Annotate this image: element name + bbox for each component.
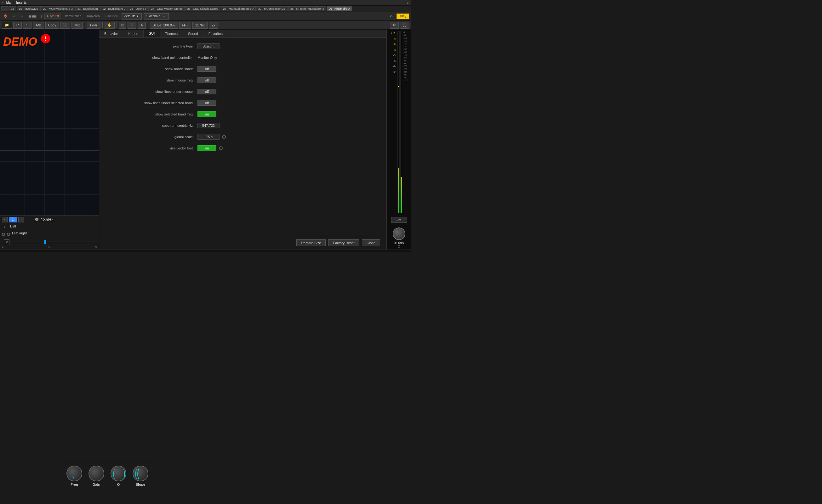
tab-gui[interactable]: GUI	[143, 30, 160, 37]
global-scale-radio[interactable]	[222, 135, 226, 139]
plugin-tabs-bar: ⏻ 18 19 - MDelayMB 20 - MConvolutionMB 3…	[0, 6, 411, 12]
sep5	[148, 22, 148, 28]
settings-gear-btn[interactable]: ⚙	[390, 22, 399, 29]
ab-btn[interactable]: A/B	[33, 22, 44, 29]
window-controls: ▲	[406, 1, 409, 4]
preset-dropdown[interactable]: default* ▼	[121, 13, 142, 20]
axis-line-type-label: axis line type:	[105, 44, 194, 48]
vergleichen-btn[interactable]: Vergleichen	[63, 14, 83, 19]
meter-bar-l	[397, 31, 400, 213]
plugin-tab-26[interactable]: 26 - MathaudioRoomEQ	[221, 6, 256, 11]
copy-btn[interactable]: Copy	[45, 22, 59, 29]
meter-label-p3: +3	[392, 48, 396, 53]
spectrum-centric-value[interactable]: 547.723	[197, 123, 220, 128]
tab-knobs[interactable]: Knobs	[123, 30, 143, 37]
use-vector-font-toggle[interactable]: on	[197, 145, 217, 151]
freq-50: 50	[158, 251, 186, 252]
meter-btn[interactable]: ◼◼◼	[27, 14, 38, 19]
x2-btn[interactable]: 2x	[209, 22, 218, 29]
bit-btn[interactable]: 117bit	[192, 22, 208, 29]
show-lines-selected-toggle[interactable]: off	[197, 100, 217, 106]
meter-db-m72: -72	[403, 65, 407, 68]
meter-db-m78: -78	[403, 68, 407, 70]
redo-main-btn[interactable]: ↪	[23, 22, 31, 29]
use-vector-font-label: use vector font:	[105, 146, 194, 150]
tab-sound[interactable]: Sound	[183, 30, 203, 37]
meter-view-btn[interactable]: ⬛	[60, 22, 70, 29]
meter-db-m36: -36	[403, 48, 407, 51]
show-lines-mouse-toggle[interactable]: off	[197, 89, 217, 94]
freq-btn[interactable]: 1kHz	[87, 22, 100, 29]
show-band-controller-value[interactable]: Monitor Only	[197, 56, 217, 59]
sidechain-dropdown[interactable]: Sidechain →	[143, 13, 169, 20]
plugin-tab-22[interactable]: 22 - EQuilibrium 2	[100, 6, 127, 11]
meter-db-m54: -54	[403, 56, 407, 59]
use-vector-font-radio[interactable]	[219, 146, 223, 150]
global-scale-label: global scale:	[105, 135, 194, 139]
gear-settings-btn[interactable]: ⚙	[388, 14, 395, 19]
solo-btn[interactable]: □	[119, 22, 127, 29]
plugin-tab-25[interactable]: 25 - GEQ Classic Stereo	[185, 6, 221, 11]
file-btn[interactable]: 📁	[2, 22, 12, 29]
meter-db-m60: -60	[403, 59, 407, 62]
restore-size-btn[interactable]: Restore Size	[296, 239, 326, 246]
gain-knob[interactable]	[393, 227, 405, 240]
hand-tool-btn[interactable]: ✋	[104, 22, 115, 29]
freq-20k: 20k	[383, 251, 411, 252]
show-bands-index-toggle[interactable]: off	[197, 66, 217, 72]
undo-main-btn[interactable]: ↩	[13, 22, 22, 29]
show-selected-band-freq-row: show selected band freq: on	[105, 111, 380, 118]
close-settings-btn[interactable]: Close	[362, 239, 380, 246]
show-mouse-freq-toggle[interactable]: off	[197, 77, 217, 83]
reset-btn[interactable]: A	[138, 22, 145, 29]
scale-btn[interactable]: Scale: 100.0%	[150, 22, 178, 29]
fft-btn[interactable]: FFT	[179, 22, 191, 29]
warning-icon: !	[41, 34, 50, 43]
plugin-tab-18[interactable]: 18	[9, 6, 16, 11]
plugin-tab-power[interactable]: ⏻	[1, 6, 8, 11]
factory-reset-btn[interactable]: Factory Reset	[328, 239, 359, 246]
einfugen-btn[interactable]: Einfügen	[103, 14, 119, 19]
pan-center-label: C	[48, 245, 50, 248]
axis-line-type-value[interactable]: Straight	[197, 43, 220, 49]
meter-db-m96: -96	[403, 76, 407, 79]
plugin-tab-19[interactable]: 19 - MDelayMB	[17, 6, 41, 11]
show-selected-band-freq-toggle[interactable]: on	[197, 111, 217, 117]
mix-btn[interactable]: Mix	[71, 22, 82, 29]
auto-off-btn[interactable]: Auto: Off	[44, 14, 61, 19]
show-band-controller-label: show band point controller:	[105, 56, 194, 59]
show-mouse-freq-label: show mouse freq:	[105, 78, 194, 82]
band-next-btn[interactable]: ›	[18, 217, 24, 222]
kopieren-btn[interactable]: Kopieren	[85, 14, 101, 19]
close-band-btn[interactable]: ✕	[4, 239, 9, 245]
meter-db-m102: -102	[403, 79, 408, 82]
filter-type-icon[interactable]: ○	[2, 224, 8, 230]
band-number[interactable]: 1	[9, 217, 17, 222]
tab-favorites[interactable]: Favorites	[203, 30, 228, 37]
spectrum-centric-row: spectrum centric Hz: 547.723	[105, 122, 380, 129]
undo-btn[interactable]: ↩	[11, 14, 17, 19]
use-vector-font-row: use vector font: on	[105, 145, 380, 152]
plugin-tab-28[interactable]: 28 - MFreeformEqualizer 2	[288, 6, 326, 11]
fullscreen-btn[interactable]: ⛶	[400, 22, 409, 29]
tab-themes[interactable]: Themes	[160, 30, 183, 37]
tab-behavior[interactable]: Behavior	[99, 30, 123, 37]
power-btn[interactable]: ⏻	[2, 14, 9, 19]
plugin-tab-21[interactable]: 21 - EQuilibrium	[75, 6, 100, 11]
add-tab-btn[interactable]: +	[2, 1, 4, 4]
redo-btn[interactable]: ↪	[19, 14, 25, 19]
plugin-tab-23[interactable]: 23 - Ozone 8	[128, 6, 149, 11]
show-selected-band-freq-label: show selected band freq:	[105, 112, 194, 116]
pan-thumb[interactable]	[44, 240, 46, 244]
plugin-tab-20[interactable]: 20 - MConvolutionMB 3	[41, 6, 75, 11]
main-toolbar: 📁 ↩ ↪ A/B Copy ⬛ Mix 1kHz ✋ □ ∅ A Scale:…	[0, 21, 411, 30]
bypass-btn[interactable]: ∅	[127, 22, 136, 29]
band-prev-btn[interactable]: ‹	[2, 217, 8, 222]
plugin-tab-29[interactable]: 29 - KirchhoffEQ	[327, 6, 352, 11]
meter-label-p12: +12	[391, 31, 396, 36]
plugin-tab-27[interactable]: 27 - MConvolutionMB	[256, 6, 288, 11]
plugin-tab-24[interactable]: 24 - GEQ Modern Stereo	[149, 6, 185, 11]
secondary-toolbar: ⏻ ↩ ↪ ◼◼◼ | Auto: Off Vergleichen Kopier…	[0, 12, 411, 21]
global-scale-value[interactable]: 175%	[197, 134, 220, 140]
xkey-btn[interactable]: Xkey	[397, 14, 409, 19]
